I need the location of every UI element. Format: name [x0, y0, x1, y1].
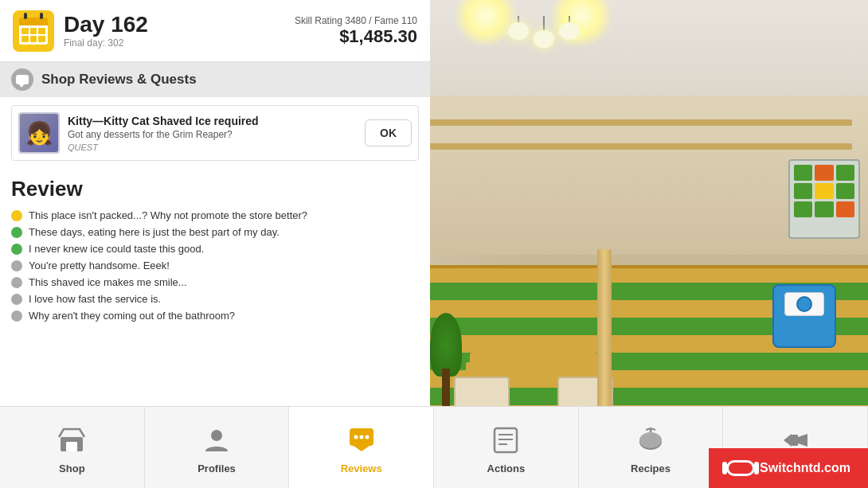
cash-register — [772, 284, 836, 348]
review-item: These days, eating here is just the best… — [11, 226, 419, 238]
svg-rect-1 — [66, 442, 77, 451]
recipes-icon-wrap — [630, 421, 671, 459]
svg-point-4 — [354, 435, 358, 439]
reviews-icon — [346, 424, 377, 456]
profiles-nav-label: Profiles — [197, 463, 236, 474]
quest-content: Kitty—Kitty Cat Shaved Ice required Got … — [68, 115, 357, 152]
review-item: I love how fast the service is. — [11, 293, 419, 305]
header-title-area: Day 162 Final day: 302 — [64, 13, 295, 49]
day-label: Day 162 — [64, 13, 295, 37]
section-title: Shop Reviews & Quests — [41, 72, 197, 88]
reviews-icon-wrap — [341, 421, 382, 459]
nav-item-profiles[interactable]: Profiles — [145, 407, 290, 488]
skill-rating: Skill Rating 3480 / Fame 110 — [295, 15, 417, 26]
review-heading: Review — [11, 177, 419, 201]
switchntd-text: Switchntd.com — [760, 461, 850, 475]
actions-icon-wrap — [485, 421, 526, 459]
review-dot-gray — [11, 294, 22, 305]
recipes-icon — [635, 424, 667, 456]
profiles-icon — [201, 424, 233, 456]
quest-ok-button[interactable]: OK — [365, 119, 412, 146]
nav-item-recipes[interactable]: Recipes — [579, 407, 724, 488]
review-text: This place isn't packed...? Why not prom… — [29, 209, 307, 221]
shop-icon — [56, 424, 88, 456]
quest-tag: QUEST — [68, 142, 357, 152]
svg-point-5 — [359, 435, 363, 439]
switch-icon — [726, 460, 755, 476]
quest-card[interactable]: Kitty—Kitty Cat Shaved Ice required Got … — [11, 105, 419, 161]
quest-avatar — [18, 112, 60, 154]
header: Day 162 Final day: 302 Skill Rating 3480… — [0, 0, 430, 62]
review-dot-gray — [11, 310, 22, 322]
review-text: This shaved ice makes me smile... — [29, 276, 187, 288]
review-dot-gray — [11, 277, 22, 288]
section-header: Shop Reviews & Quests — [0, 62, 430, 97]
shop-icon-wrap — [51, 421, 92, 459]
svg-point-6 — [365, 435, 369, 439]
cafe-wall — [406, 96, 868, 255]
cal-dot — [38, 28, 45, 34]
cal-dot — [38, 36, 45, 42]
actions-icon — [490, 424, 522, 456]
quest-description: Got any desserts for the Grim Reaper? — [68, 129, 357, 140]
quest-title: Kitty—Kitty Cat Shaved Ice required — [68, 115, 357, 127]
header-right: Skill Rating 3480 / Fame 110 $1,485.30 — [295, 15, 417, 47]
calendar-icon — [13, 10, 54, 52]
profiles-icon-wrap — [196, 421, 237, 459]
speech-bubble-inner — [16, 75, 29, 84]
review-text: Why aren't they coming out of the bathro… — [29, 310, 235, 322]
review-item: I never knew ice could taste this good. — [11, 243, 419, 255]
main-panel: Day 162 Final day: 302 Skill Rating 3480… — [0, 0, 430, 406]
calendar-icon-body — [19, 25, 48, 45]
svg-point-12 — [639, 432, 662, 448]
calendar-icon-top — [19, 18, 48, 25]
cal-dot — [30, 36, 37, 42]
review-dot-yellow — [11, 210, 22, 221]
review-item: This shaved ice makes me smile... — [11, 276, 419, 288]
review-item: You're pretty handsome. Eeek! — [11, 260, 419, 271]
recipes-nav-label: Recipes — [631, 463, 671, 474]
review-dot-green — [11, 227, 22, 238]
review-text: I love how fast the service is. — [29, 293, 161, 305]
review-dot-green — [11, 244, 22, 255]
cal-dot — [22, 28, 29, 34]
switchntd-badge: Switchntd.com — [709, 448, 868, 488]
pendant-lights — [510, 16, 578, 48]
cal-dot — [22, 36, 29, 42]
shop-nav-label: Shop — [59, 463, 85, 474]
actions-nav-label: Actions — [487, 463, 526, 474]
nav-item-shop[interactable]: Shop — [0, 407, 145, 488]
money-display: $1,485.30 — [295, 26, 417, 47]
review-dot-gray — [11, 260, 22, 271]
review-text: These days, eating here is just the best… — [29, 226, 280, 238]
svg-point-2 — [211, 430, 222, 441]
svg-rect-16 — [792, 435, 798, 446]
nav-item-actions[interactable]: Actions — [434, 407, 579, 488]
bottom-nav: Shop Profiles Reviews — [0, 406, 868, 488]
review-text: You're pretty handsome. Eeek! — [29, 260, 170, 271]
nav-item-reviews[interactable]: Reviews — [289, 407, 434, 488]
final-day-label: Final day: 302 — [64, 37, 295, 49]
speech-bubble-icon — [11, 68, 33, 91]
review-section: Review This place isn't packed...? Why n… — [0, 169, 430, 334]
cal-dot — [30, 28, 37, 34]
quest-character-image — [20, 114, 58, 152]
review-item: This place isn't packed...? Why not prom… — [11, 209, 419, 221]
review-text: I never knew ice could taste this good. — [29, 243, 204, 255]
reviews-nav-label: Reviews — [341, 463, 382, 474]
review-item: Why aren't they coming out of the bathro… — [11, 310, 419, 322]
review-list: This place isn't packed...? Why not prom… — [11, 209, 419, 322]
